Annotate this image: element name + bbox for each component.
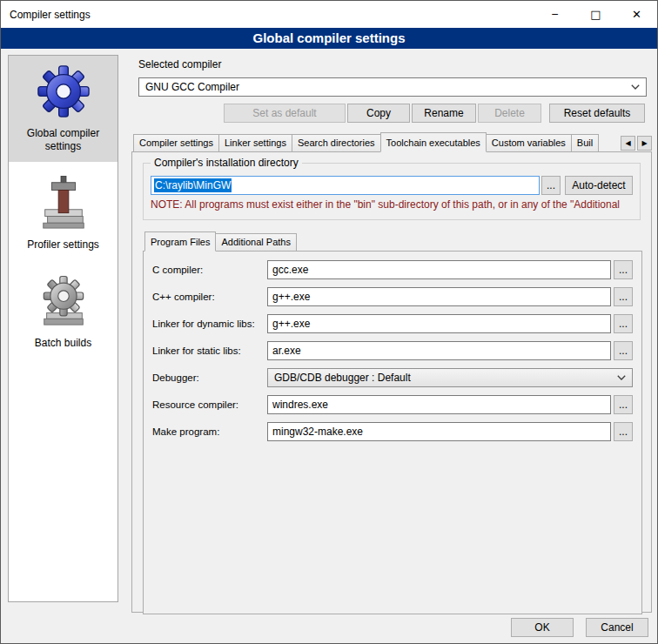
- settings-tabbar: Compiler settings Linker settings Search…: [131, 132, 652, 152]
- tab-program-files[interactable]: Program Files: [144, 231, 216, 252]
- tab-compiler-settings[interactable]: Compiler settings: [133, 134, 219, 151]
- cancel-button[interactable]: Cancel: [586, 618, 648, 637]
- copy-button[interactable]: Copy: [347, 104, 410, 123]
- static-linker-input[interactable]: [267, 341, 611, 360]
- sidebar-item-profiler-settings[interactable]: Profiler settings: [9, 167, 118, 260]
- dialog-banner: Global compiler settings: [1, 28, 657, 49]
- blue-gear-icon: [37, 64, 91, 118]
- form-row-resource-compiler: Resource compiler: ...: [144, 395, 641, 414]
- cpp-compiler-input[interactable]: [267, 287, 611, 306]
- compiler-select[interactable]: GNU GCC Compiler: [138, 77, 647, 97]
- cpp-compiler-label: C++ compiler:: [152, 292, 267, 302]
- set-as-default-button[interactable]: Set as default: [224, 104, 346, 123]
- chevron-down-icon: [617, 375, 626, 380]
- sidebar-item-batch-builds[interactable]: Batch builds: [9, 265, 118, 359]
- browse-static-linker-button[interactable]: ...: [614, 341, 633, 360]
- compiler-action-row: Set as default Copy Rename Delete Reset …: [138, 104, 645, 123]
- installation-directory-group-title: Compiler's installation directory: [151, 157, 302, 169]
- compiler-settings-window: Compiler settings ─ □ ✕ Global compiler …: [0, 0, 658, 644]
- browse-installation-directory-button[interactable]: ...: [541, 176, 561, 195]
- gray-gear-icon: [37, 274, 91, 328]
- rename-button[interactable]: Rename: [412, 104, 476, 123]
- tab-build-options[interactable]: Buil: [571, 134, 599, 151]
- profiler-tool-icon: [37, 176, 91, 230]
- titlebar[interactable]: Compiler settings ─ □ ✕: [1, 1, 657, 28]
- resource-compiler-input[interactable]: [267, 395, 611, 414]
- program-files-panel: C compiler: ... C++ compiler: ... Linker…: [143, 251, 642, 614]
- static-linker-label: Linker for static libs:: [152, 345, 267, 356]
- c-compiler-label: C compiler:: [152, 265, 267, 275]
- form-row-cpp-compiler: C++ compiler: ...: [144, 287, 641, 306]
- form-row-debugger: Debugger: GDB/CDB debugger : Default: [144, 368, 641, 387]
- window-title: Compiler settings: [1, 9, 91, 21]
- make-program-label: Make program:: [152, 426, 267, 437]
- form-row-c-compiler: C compiler: ...: [144, 260, 641, 279]
- sidebar-item-label: Profiler settings: [27, 238, 99, 252]
- main-panel: Selected compiler GNU GCC Compiler Set a…: [131, 55, 652, 612]
- debugger-select[interactable]: GDB/CDB debugger : Default: [267, 368, 633, 387]
- tab-custom-variables[interactable]: Custom variables: [486, 134, 572, 151]
- tab-scroll-right-icon[interactable]: ▶: [637, 136, 652, 151]
- browse-cpp-compiler-button[interactable]: ...: [614, 287, 633, 306]
- c-compiler-input[interactable]: [267, 260, 611, 279]
- maximize-button[interactable]: □: [575, 1, 616, 28]
- browse-dynamic-linker-button[interactable]: ...: [614, 314, 633, 333]
- auto-detect-button[interactable]: Auto-detect: [565, 176, 633, 195]
- installation-directory-input[interactable]: C:\raylib\MinGW: [151, 176, 540, 195]
- resource-compiler-label: Resource compiler:: [152, 399, 267, 410]
- tab-scroll-left-icon[interactable]: ◀: [621, 136, 635, 151]
- debugger-label: Debugger:: [152, 372, 267, 383]
- sidebar-item-label: Batch builds: [35, 337, 91, 350]
- close-button[interactable]: ✕: [616, 1, 657, 28]
- tab-linker-settings[interactable]: Linker settings: [218, 134, 292, 151]
- dynamic-linker-input[interactable]: [267, 314, 611, 333]
- tab-additional-paths[interactable]: Additional Paths: [215, 233, 297, 251]
- toolchain-executables-panel: Compiler's installation directory C:\ray…: [131, 151, 652, 613]
- chevron-down-icon: [631, 84, 640, 90]
- make-program-input[interactable]: [267, 422, 611, 441]
- form-row-dynamic-linker: Linker for dynamic libs: ...: [144, 314, 641, 333]
- form-row-static-linker: Linker for static libs: ...: [144, 341, 641, 360]
- tab-scroll-buttons: ◀ ▶: [618, 136, 652, 151]
- minimize-button[interactable]: ─: [534, 1, 575, 28]
- sidebar-item-label: Global compiler settings: [11, 127, 115, 153]
- tab-toolchain-executables[interactable]: Toolchain executables: [380, 132, 487, 152]
- installation-directory-row: C:\raylib\MinGW ... Auto-detect: [151, 176, 633, 195]
- browse-make-program-button[interactable]: ...: [614, 422, 633, 441]
- installation-directory-value: C:\raylib\MinGW: [154, 178, 232, 192]
- tab-search-directories[interactable]: Search directories: [292, 134, 381, 151]
- delete-button[interactable]: Delete: [478, 104, 541, 123]
- debugger-select-value: GDB/CDB debugger : Default: [274, 372, 411, 384]
- browse-c-compiler-button[interactable]: ...: [614, 260, 633, 279]
- installation-directory-group: Compiler's installation directory C:\ray…: [143, 163, 641, 220]
- form-row-make-program: Make program: ...: [144, 422, 641, 441]
- installation-note: NOTE: All programs must exist either in …: [151, 198, 633, 211]
- ok-button[interactable]: OK: [511, 618, 574, 637]
- reset-defaults-button[interactable]: Reset defaults: [549, 104, 645, 123]
- compiler-select-value: GNU GCC Compiler: [145, 81, 239, 93]
- caption-buttons: ─ □ ✕: [534, 1, 657, 28]
- dynamic-linker-label: Linker for dynamic libs:: [152, 319, 267, 329]
- program-files-tabbar: Program Files Additional Paths: [143, 231, 651, 252]
- sidebar-item-global-compiler-settings[interactable]: Global compiler settings: [9, 56, 118, 162]
- settings-category-list: Global compiler settings Profiler settin…: [8, 55, 118, 602]
- selected-compiler-label: Selected compiler: [138, 58, 652, 72]
- browse-resource-compiler-button[interactable]: ...: [614, 395, 633, 414]
